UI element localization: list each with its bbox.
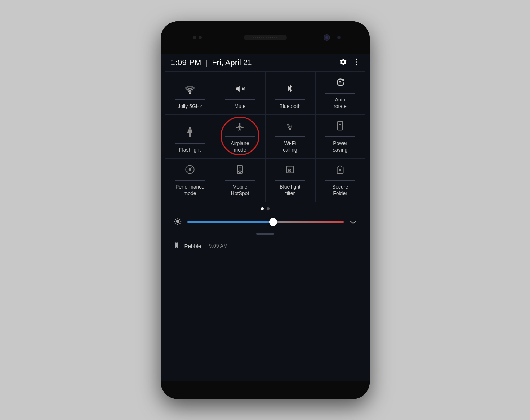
tile-wifi[interactable]: Jolly 5GHz (165, 71, 215, 115)
powersaving-icon (336, 121, 344, 133)
page-dot-1 (261, 207, 264, 210)
svg-point-0 (356, 58, 357, 60)
airplane-icon (235, 121, 245, 133)
front-camera (324, 34, 330, 41)
svg-point-3 (189, 92, 191, 94)
mobilehotspot-label: MobileHotSpot (231, 184, 249, 197)
top-sensors (193, 36, 202, 39)
svg-point-1 (356, 61, 357, 63)
tile-bluelightfilter[interactable]: B Blue lightfilter (265, 158, 315, 202)
svg-line-33 (179, 223, 180, 224)
brightness-expand-icon[interactable] (349, 218, 357, 226)
svg-line-34 (179, 218, 180, 219)
bluetooth-label: Bluetooth (279, 103, 300, 109)
svg-rect-11 (339, 121, 342, 122)
brightness-icon (174, 217, 182, 227)
brightness-thumb[interactable] (269, 218, 277, 226)
tile-securefolder[interactable]: SecureFolder (315, 158, 365, 202)
wifi-icon (184, 85, 195, 96)
time-date-group: 1:09 PM | Fri, April 21 (171, 58, 252, 67)
tile-divider (325, 93, 356, 94)
tile-divider (225, 180, 255, 181)
tile-mute[interactable]: Mute (215, 71, 265, 115)
tile-divider (325, 180, 356, 181)
tile-divider (275, 180, 306, 181)
bluetooth-icon (286, 83, 294, 96)
status-bar: 1:09 PM | Fri, April 21 (161, 54, 370, 71)
tile-divider (175, 99, 205, 100)
svg-line-35 (175, 223, 175, 224)
status-date: Fri, April 21 (212, 58, 252, 67)
airplane-label: Airplanemode (231, 140, 249, 153)
quick-settings-grid: Jolly 5GHz Mute (165, 71, 365, 202)
svg-point-21 (240, 172, 241, 173)
wifi-label: Jolly 5GHz (178, 103, 202, 109)
notification-time: 9:09 AM (209, 243, 227, 249)
sensor-1 (193, 36, 196, 39)
status-icons (339, 58, 360, 68)
autorotate-icon (335, 77, 346, 89)
page-dot-2 (267, 207, 270, 210)
tile-powersaving[interactable]: Powersaving (315, 115, 365, 158)
svg-rect-10 (338, 121, 343, 130)
svg-point-37 (176, 247, 177, 248)
tile-divider (175, 143, 205, 144)
status-separator: | (206, 59, 208, 67)
phone-device: 1:09 PM | Fri, April 21 (161, 21, 370, 399)
notification-area[interactable]: Pebble 9:09 AM (165, 238, 365, 256)
hardware-top (161, 21, 370, 54)
svg-point-2 (356, 64, 357, 65)
tile-bluetooth[interactable]: Bluetooth (265, 71, 315, 115)
settings-icon[interactable] (339, 58, 347, 68)
tile-divider (175, 180, 205, 181)
mute-icon (235, 84, 245, 96)
flashlight-label: Flashlight (179, 146, 201, 153)
tile-airplane[interactable]: Airplanemode (215, 115, 265, 158)
flashlight-icon (186, 127, 194, 139)
svg-point-15 (189, 169, 191, 171)
bluelightfilter-label: Blue lightfilter (280, 184, 300, 197)
page-indicators (165, 202, 365, 214)
tile-divider (325, 136, 356, 137)
autorotate-label: Autorotate (334, 96, 347, 109)
notification-app-name: Pebble (184, 243, 201, 249)
svg-line-32 (175, 218, 175, 219)
wificalling-label: Wi-Ficalling (283, 140, 297, 153)
tile-divider (275, 136, 306, 137)
svg-text:B: B (288, 168, 291, 173)
sensor-2 (199, 36, 202, 39)
phone-screen: 1:09 PM | Fri, April 21 (161, 21, 370, 399)
securefolder-icon (336, 164, 344, 176)
phone-bottom (161, 381, 370, 399)
performancemode-icon (185, 164, 195, 176)
mobilehotspot-icon (236, 164, 244, 176)
tile-autorotate[interactable]: Autorotate (315, 71, 365, 115)
tile-divider (225, 136, 255, 137)
wificalling-icon (285, 121, 295, 133)
tile-performancemode[interactable]: Performancemode (165, 158, 215, 202)
quick-settings-panel: Jolly 5GHz Mute (161, 71, 370, 256)
proximity-sensor (337, 36, 341, 39)
svg-point-27 (176, 220, 179, 223)
tile-divider (275, 99, 306, 100)
bluelightfilter-icon: B (285, 164, 295, 176)
performancemode-label: Performancemode (175, 184, 204, 197)
svg-marker-4 (236, 86, 240, 92)
svg-point-9 (289, 128, 291, 130)
speaker-grille (244, 35, 287, 40)
brightness-slider[interactable] (187, 221, 344, 223)
drag-handle[interactable] (256, 233, 274, 235)
securefolder-label: SecureFolder (332, 184, 348, 197)
brightness-bar (165, 214, 365, 231)
tile-flashlight[interactable]: Flashlight (165, 115, 215, 158)
tile-mobilehotspot[interactable]: MobileHotSpot (215, 158, 265, 202)
overflow-menu-icon[interactable] (353, 58, 360, 68)
mute-label: Mute (234, 103, 245, 109)
handle-bar (165, 231, 365, 238)
tile-wificalling[interactable]: Wi-Ficalling (265, 115, 315, 158)
powersaving-label: Powersaving (333, 140, 347, 153)
tile-divider (225, 99, 255, 100)
status-time: 1:09 PM (171, 58, 201, 67)
notification-phone-icon (174, 241, 179, 250)
